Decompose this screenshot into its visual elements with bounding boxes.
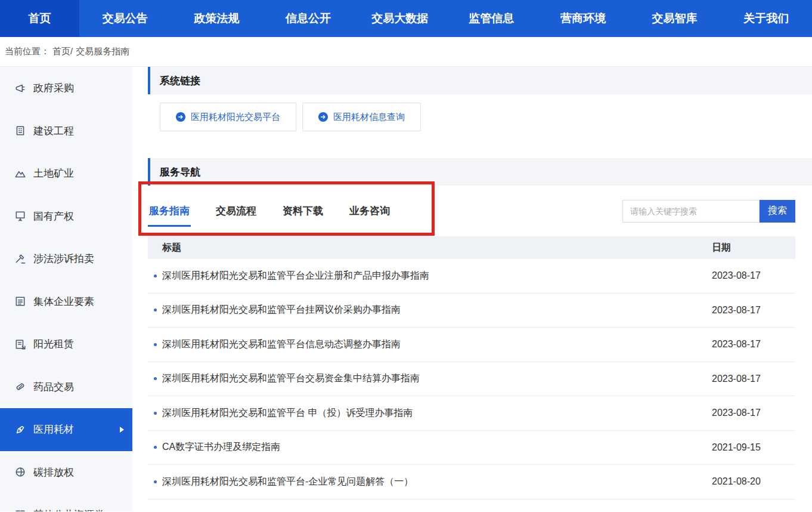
four-squares-icon <box>14 509 26 511</box>
nav-item-home[interactable]: 首页 <box>0 0 79 37</box>
link-label: 医用耗材信息查询 <box>333 112 405 123</box>
top-nav: 首页 交易公告 政策法规 信息公开 交易大数据 监管信息 营商环境 交易智库 关… <box>0 0 812 37</box>
column-header-title: 标题 <box>148 242 712 254</box>
sidebar-item-label: 建设工程 <box>33 124 74 138</box>
sidebar-item-land-mining[interactable]: 土地矿业 <box>0 152 132 195</box>
sidebar-item-state-owned-property[interactable]: 国有产权 <box>0 195 132 238</box>
row-title-link[interactable]: 深圳医用耗材阳光交易和监管平台交易资金集中结算办事指南 <box>162 372 420 385</box>
row-title-link[interactable]: CA数字证书办理及绑定指南 <box>162 441 280 454</box>
sidebar-item-medical-consumables[interactable]: 医用耗材 <box>0 408 132 451</box>
nav-item-policies[interactable]: 政策法规 <box>171 0 263 37</box>
nav-item-trade-bigdata[interactable]: 交易大数据 <box>354 0 446 37</box>
pill-icon <box>14 381 26 393</box>
table-row[interactable]: 深圳医用耗材阳光交易和监管平台企业注册和产品申报办事指南 2023-08-17 <box>148 259 795 294</box>
row-date: 2023-08-17 <box>712 270 795 281</box>
row-title-link[interactable]: 深圳医用耗材阳光交易和监管平台挂网议价采购办事指南 <box>162 304 401 316</box>
nav-item-supervision-info[interactable]: 监管信息 <box>446 0 538 37</box>
sidebar-item-label: 涉法涉诉拍卖 <box>33 252 94 266</box>
link-label: 医用耗材阳光交易平台 <box>191 112 280 123</box>
nav-item-trade-thinktank[interactable]: 交易智库 <box>629 0 721 37</box>
column-header-date: 日期 <box>712 242 795 254</box>
building-icon <box>14 125 26 137</box>
sidebar-item-label: 医用耗材 <box>33 422 74 436</box>
sidebar-item-label: 土地矿业 <box>33 166 74 180</box>
search-input[interactable] <box>622 200 760 223</box>
tab-downloads[interactable]: 资料下载 <box>281 196 324 227</box>
search-button[interactable]: 搜索 <box>760 200 795 223</box>
tab-service-guide[interactable]: 服务指南 <box>148 196 191 227</box>
section-title: 服务导航 <box>160 165 200 179</box>
system-links-row: 医用耗材阳光交易平台 医用耗材信息查询 <box>148 94 812 158</box>
breadcrumb-current: 交易服务指南 <box>76 46 129 57</box>
main-content: 系统链接 医用耗材阳光交易平台 医用耗材信息查询 服务导航 服务指南 交 <box>132 67 812 511</box>
row-date: 2023-08-17 <box>712 408 795 418</box>
tab-business-consulting[interactable]: 业务咨询 <box>348 196 391 227</box>
sidebar-item-label: 政府采购 <box>33 81 74 95</box>
megaphone-icon <box>14 82 26 94</box>
dot-bullet-icon <box>154 309 157 311</box>
triangle-right-icon <box>120 427 124 433</box>
row-date: 2023-08-17 <box>712 374 795 384</box>
row-date: 2021-09-15 <box>712 442 795 453</box>
row-date: 2023-08-17 <box>712 339 795 350</box>
sidebar-item-construction-engineering[interactable]: 建设工程 <box>0 110 132 153</box>
section-title: 系统链接 <box>160 74 200 88</box>
row-title-link[interactable]: 深圳医用耗材阳光交易和监管平台 申（投）诉受理办事指南 <box>162 407 413 420</box>
sidebar-item-label: 药品交易 <box>33 380 74 394</box>
row-date: 2023-08-17 <box>712 305 795 316</box>
table-row[interactable]: 深圳医用耗材阳光交易和监管平台-企业常见问题解答（一） 2021-08-20 <box>148 465 795 499</box>
sidebar-item-sunshine-lease[interactable]: 阳光租赁 <box>0 323 132 366</box>
breadcrumb-home-link[interactable]: 首页/ <box>52 46 73 57</box>
link-medical-consumables-trading-platform[interactable]: 医用耗材阳光交易平台 <box>160 103 296 131</box>
nav-item-trade-announcements[interactable]: 交易公告 <box>79 0 171 37</box>
row-title-link[interactable]: 深圳医用耗材阳光交易和监管平台-企业常见问题解答（一） <box>162 476 413 488</box>
guide-list-table: 标题 日期 深圳医用耗材阳光交易和监管平台企业注册和产品申报办事指南 2023-… <box>148 236 795 499</box>
breadcrumb: 当前位置： 首页/ 交易服务指南 <box>0 37 812 67</box>
tabs-row: 服务指南 交易流程 资料下载 业务咨询 搜索 <box>148 186 812 236</box>
sidebar-item-government-procurement[interactable]: 政府采购 <box>0 67 132 110</box>
row-title-link[interactable]: 深圳医用耗材阳光交易和监管平台企业注册和产品申报办事指南 <box>162 270 429 282</box>
table-row[interactable]: CA数字证书办理及绑定指南 2021-09-15 <box>148 431 795 465</box>
section-header-service-nav: 服务导航 <box>148 158 812 186</box>
row-date: 2021-08-20 <box>712 476 795 487</box>
table-header-row: 标题 日期 <box>148 236 795 259</box>
row-title-link[interactable]: 深圳医用耗材阳光交易和监管平台信息动态调整办事指南 <box>162 338 401 351</box>
sidebar-item-label: 国有产权 <box>33 209 74 223</box>
dot-bullet-icon <box>154 343 157 346</box>
nav-item-about-us[interactable]: 关于我们 <box>720 0 812 37</box>
lease-document-icon <box>14 338 26 350</box>
tab-trade-process[interactable]: 交易流程 <box>215 196 258 227</box>
sidebar-item-other-public-resources[interactable]: 其他公共资源类 <box>0 494 132 511</box>
document-grid-icon <box>14 295 26 307</box>
table-row[interactable]: 深圳医用耗材阳光交易和监管平台 申（投）诉受理办事指南 2023-08-17 <box>148 396 795 431</box>
sidebar-item-collective-enterprise[interactable]: 集体企业要素 <box>0 280 132 323</box>
table-row[interactable]: 深圳医用耗材阳光交易和监管平台交易资金集中结算办事指南 2023-08-17 <box>148 362 795 397</box>
section-header-system-links: 系统链接 <box>148 67 812 94</box>
dot-bullet-icon <box>154 412 157 415</box>
dot-bullet-icon <box>154 377 157 380</box>
search-bar: 搜索 <box>622 200 795 223</box>
dot-bullet-icon <box>154 274 157 277</box>
service-tabs: 服务指南 交易流程 资料下载 业务咨询 <box>148 196 391 227</box>
table-row[interactable]: 深圳医用耗材阳光交易和监管平台挂网议价采购办事指南 2023-08-17 <box>148 294 795 328</box>
link-medical-consumables-info-query[interactable]: 医用耗材信息查询 <box>302 103 421 131</box>
sidebar: 政府采购 建设工程 土地矿业 国有产权 涉法涉诉拍卖 <box>0 67 132 511</box>
nav-item-business-environment[interactable]: 营商环境 <box>537 0 629 37</box>
globe-icon <box>14 466 26 478</box>
sidebar-item-carbon-emission[interactable]: 碳排放权 <box>0 451 132 494</box>
dot-bullet-icon <box>154 480 157 483</box>
arrow-circle-icon <box>176 112 185 122</box>
sidebar-item-drug-trading[interactable]: 药品交易 <box>0 366 132 409</box>
certificate-icon <box>14 210 26 222</box>
sidebar-item-judicial-auction[interactable]: 涉法涉诉拍卖 <box>0 238 132 280</box>
gavel-icon <box>14 253 26 265</box>
pen-nib-icon <box>14 424 26 436</box>
table-row[interactable]: 深圳医用耗材阳光交易和监管平台信息动态调整办事指南 2023-08-17 <box>148 328 795 362</box>
arrow-circle-icon <box>318 112 328 122</box>
mountain-icon <box>14 168 26 180</box>
sidebar-item-label: 碳排放权 <box>33 465 74 479</box>
sidebar-item-label: 集体企业要素 <box>33 295 94 309</box>
sidebar-item-label: 其他公共资源类 <box>33 508 104 511</box>
nav-item-information-disclosure[interactable]: 信息公开 <box>262 0 354 37</box>
sidebar-item-label: 阳光租赁 <box>33 337 74 351</box>
